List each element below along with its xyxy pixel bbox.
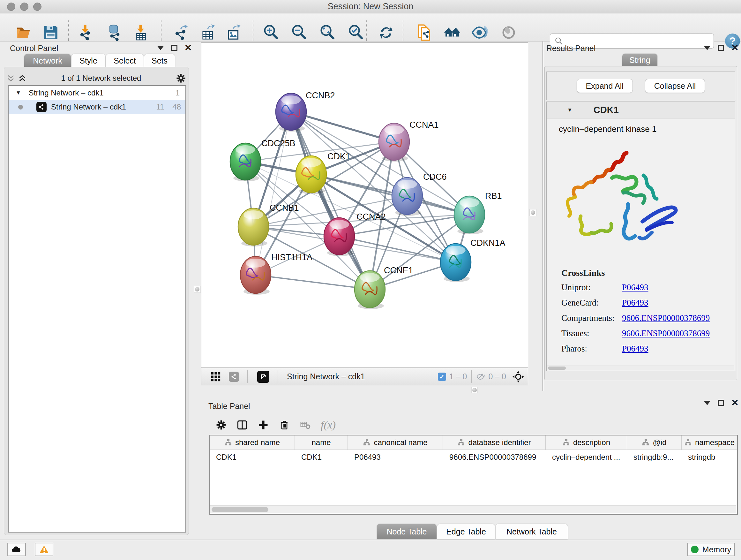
- save-session-icon[interactable]: [42, 23, 60, 42]
- toolbar-separator: [403, 20, 403, 41]
- network-share-icon[interactable]: [229, 372, 239, 382]
- hidden-counts: 0 – 0: [488, 372, 506, 381]
- gear-icon[interactable]: [176, 73, 186, 84]
- show-columns-icon[interactable]: [237, 419, 248, 431]
- expand-all-button[interactable]: Expand All: [577, 79, 633, 93]
- close-panel-icon[interactable]: ✕: [731, 400, 738, 406]
- horizontal-splitter-handle[interactable]: [471, 387, 478, 393]
- fit-selected-crosshair-icon[interactable]: [512, 370, 525, 383]
- crosslink-row: GeneCard: P06493: [561, 298, 727, 308]
- zoom-selected-icon[interactable]: [347, 23, 365, 42]
- tissues-link[interactable]: 9606.ENSP00000378699: [622, 328, 710, 338]
- column-header[interactable]: canonical name: [348, 435, 443, 449]
- results-panel-title: Results Panel: [546, 44, 596, 53]
- crosslinks-title: CrossLinks: [561, 268, 727, 278]
- warning-status-button[interactable]: [35, 543, 53, 556]
- import-network-file-icon[interactable]: [77, 23, 94, 42]
- delete-column-icon[interactable]: [279, 419, 290, 431]
- network-edge[interactable]: [291, 112, 370, 289]
- node-label: CDC25B: [261, 138, 295, 148]
- selected-checkbox-icon[interactable]: ✓: [438, 373, 446, 381]
- memory-status-dot: [691, 546, 698, 553]
- zoom-fit-icon[interactable]: [319, 23, 337, 42]
- float-panel-icon[interactable]: [718, 45, 724, 51]
- genecard-link[interactable]: P06493: [622, 298, 649, 308]
- network-edge[interactable]: [256, 275, 370, 289]
- refresh-layout-icon[interactable]: [377, 23, 395, 42]
- network-edge[interactable]: [291, 112, 394, 142]
- expand-all-icon[interactable]: [18, 74, 27, 83]
- collapse-panel-icon[interactable]: [157, 46, 164, 50]
- string-glass-ball-icon[interactable]: [471, 23, 488, 42]
- import-table-icon[interactable]: [132, 23, 150, 42]
- gear-icon[interactable]: [215, 419, 227, 431]
- expander-triangle-icon[interactable]: ▼: [567, 107, 572, 113]
- expander-triangle-icon[interactable]: ▼: [16, 90, 21, 96]
- grid-view-icon[interactable]: [210, 371, 221, 382]
- float-panel-icon[interactable]: [718, 400, 724, 406]
- main-toolbar: ?: [0, 13, 741, 42]
- gene-name: CDK1: [594, 105, 619, 115]
- node-label: CCNE1: [384, 266, 413, 275]
- tab-network[interactable]: Network: [24, 54, 71, 67]
- window-title: Session: New Session: [0, 2, 741, 11]
- network-node-cdkn1a[interactable]: CDKN1A: [441, 238, 506, 282]
- collapse-all-button[interactable]: Collapse All: [645, 79, 705, 93]
- float-panel-icon[interactable]: [171, 45, 178, 51]
- zoom-out-icon[interactable]: [290, 23, 308, 42]
- network-canvas[interactable]: CCNB2CCNA1CDC25BCDK1CDC6RB1CCNB1CCNA2CDK…: [201, 43, 528, 368]
- control-panel-window-icons: ✕: [157, 45, 192, 51]
- pharos-link[interactable]: P06493: [622, 344, 649, 354]
- column-header[interactable]: name: [295, 435, 348, 449]
- export-image-icon[interactable]: [225, 23, 243, 42]
- scrollbar-thumb[interactable]: [212, 507, 268, 512]
- birds-eye-view-icon[interactable]: [257, 371, 269, 383]
- left-splitter-handle[interactable]: [194, 286, 201, 293]
- string-sphere-icon[interactable]: [500, 23, 518, 42]
- close-panel-icon[interactable]: ✕: [185, 45, 192, 51]
- table-row[interactable]: CDK1 CDK1 P06493 9606.ENSP00000378699 cy…: [210, 450, 737, 464]
- zoom-in-icon[interactable]: [262, 23, 280, 42]
- column-header[interactable]: description: [546, 435, 627, 449]
- tab-select[interactable]: Select: [106, 54, 144, 67]
- column-header[interactable]: namespace: [682, 435, 737, 449]
- uniprot-link[interactable]: P06493: [622, 283, 649, 293]
- network-node-hist1h1a[interactable]: HIST1H1A: [240, 253, 313, 295]
- network-node-cdc6[interactable]: CDC6: [392, 172, 447, 216]
- tab-edge-table[interactable]: Edge Table: [437, 524, 495, 539]
- tab-node-table[interactable]: Node Table: [377, 524, 436, 539]
- right-splitter-handle[interactable]: [529, 209, 536, 216]
- minimize-window-button[interactable]: [20, 3, 28, 11]
- cloud-status-button[interactable]: [7, 543, 26, 556]
- zoom-window-button[interactable]: [33, 3, 42, 11]
- results-hscrollbar[interactable]: [547, 366, 734, 370]
- toolbar-separator: [471, 370, 472, 383]
- network-node-rb1[interactable]: RB1: [454, 191, 502, 234]
- memory-button[interactable]: Memory: [687, 543, 735, 556]
- import-network-database-icon[interactable]: [106, 23, 124, 42]
- close-panel-icon[interactable]: ✕: [731, 45, 738, 51]
- column-header[interactable]: database identifier: [443, 435, 546, 449]
- collapse-panel-icon[interactable]: [704, 401, 711, 405]
- tab-network-table[interactable]: Network Table: [495, 524, 568, 539]
- compartments-link[interactable]: 9606.ENSP00000378699: [622, 313, 710, 323]
- string-protein-query-icon[interactable]: [415, 23, 433, 42]
- tab-style[interactable]: Style: [71, 54, 105, 67]
- export-network-icon[interactable]: [172, 23, 190, 42]
- network-collection-row[interactable]: ▼ String Network – cdk1 1: [9, 86, 185, 100]
- export-table-icon[interactable]: [199, 23, 217, 42]
- network-node-ccne1[interactable]: CCNE1: [354, 266, 413, 309]
- results-node-header[interactable]: ▼ CDK1: [547, 102, 735, 118]
- column-header[interactable]: @id: [627, 435, 682, 449]
- tab-sets[interactable]: Sets: [144, 54, 175, 67]
- tab-string[interactable]: String: [622, 54, 657, 66]
- network-row[interactable]: String Network – cdk1 11 48: [9, 100, 185, 114]
- collapse-panel-icon[interactable]: [704, 46, 711, 50]
- add-column-icon[interactable]: [258, 419, 269, 431]
- open-session-icon[interactable]: [15, 23, 33, 42]
- table-hscrollbar[interactable]: [210, 505, 736, 513]
- string-home-icon[interactable]: [443, 23, 461, 42]
- column-header[interactable]: shared name: [210, 435, 295, 449]
- close-window-button[interactable]: [7, 3, 15, 11]
- collapse-all-icon[interactable]: [6, 74, 15, 83]
